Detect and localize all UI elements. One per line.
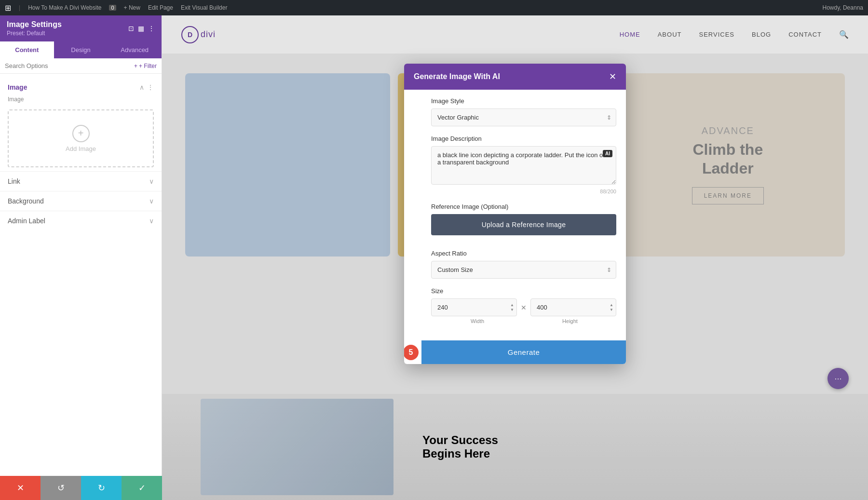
- ai-modal: Generate Image With AI ✕ 1 Image Style V…: [404, 64, 626, 364]
- step2-row: 2 Image Description a black line icon de…: [404, 135, 626, 194]
- size-labels: Width Height: [431, 318, 616, 324]
- reference-image-row: Reference Image (Optional) Upload a Refe…: [404, 203, 626, 250]
- sidebar-header: Image Settings Preset: Default ⊡ ▦ ⋮: [0, 15, 162, 41]
- undo-icon: ↺: [57, 483, 65, 493]
- size-x-separator: ✕: [521, 304, 527, 311]
- wp-logo-icon[interactable]: ⊞: [5, 3, 11, 13]
- more-options-icon[interactable]: ⋮: [148, 25, 155, 32]
- reference-image-label: Reference Image (Optional): [431, 203, 616, 210]
- aspect-ratio-select[interactable]: Custom Size: [431, 261, 616, 279]
- height-up[interactable]: ▲: [609, 303, 614, 308]
- sidebar-preset[interactable]: Preset: Default: [7, 30, 62, 37]
- image-style-select-wrapper: Vector Graphic: [431, 108, 616, 126]
- bottom-action-bar: ✕ ↺ ↻ ✓: [0, 476, 162, 500]
- height-stepper: ▲ ▼: [609, 303, 614, 312]
- modal-close-button[interactable]: ✕: [609, 71, 616, 82]
- save-icon: ✓: [138, 483, 146, 493]
- filter-plus-icon: +: [134, 63, 137, 69]
- step5-row: 5 Generate: [404, 340, 626, 364]
- image-style-select[interactable]: Vector Graphic: [431, 108, 616, 126]
- section-more-icon[interactable]: ⋮: [147, 83, 154, 91]
- image-style-label: Image Style: [431, 97, 616, 105]
- main-layout: Image Settings Preset: Default ⊡ ▦ ⋮ Con…: [0, 0, 868, 500]
- height-input-wrapper: ▲ ▼: [530, 298, 616, 316]
- admin-label-section-label: Admin Label: [8, 217, 45, 225]
- width-input[interactable]: [431, 298, 517, 316]
- modal-body: 1 Image Style Vector Graphic 2: [404, 90, 626, 364]
- site-name[interactable]: How To Make A Divi Website: [28, 4, 101, 11]
- sidebar-tabs: Content Design Advanced: [0, 41, 162, 58]
- new-button[interactable]: + New: [124, 4, 140, 11]
- step4-row: 4 Size ▲ ▼: [404, 287, 626, 340]
- edit-page-link[interactable]: Edit Page: [148, 4, 173, 11]
- ai-badge: AI: [603, 150, 612, 157]
- link-section[interactable]: Link ∨: [0, 171, 162, 191]
- size-group: Size ▲ ▼ ✕: [431, 287, 616, 324]
- comment-count[interactable]: 0: [109, 5, 116, 11]
- search-input[interactable]: [5, 62, 131, 69]
- admin-label-section[interactable]: Admin Label ∨: [0, 211, 162, 230]
- image-description-textarea[interactable]: a black line icon depicting a corporate …: [431, 146, 616, 185]
- add-image-label: Add Image: [66, 145, 96, 152]
- admin-bar: ⊞ | How To Make A Divi Website 0 + New E…: [0, 0, 868, 15]
- aspect-ratio-group: Aspect Ratio Custom Size: [431, 250, 616, 279]
- modal-header: Generate Image With AI ✕: [404, 64, 626, 90]
- aspect-ratio-select-wrapper: Custom Size: [431, 261, 616, 279]
- step3-row: 3 Aspect Ratio Custom Size: [404, 250, 626, 279]
- add-image-area[interactable]: + Add Image: [8, 109, 154, 167]
- background-section-arrow: ∨: [149, 197, 154, 205]
- width-label: Width: [431, 318, 524, 324]
- image-section-label: Image: [8, 83, 27, 91]
- size-label: Size: [431, 287, 616, 295]
- tab-content[interactable]: Content: [0, 41, 54, 58]
- image-subsection: Image: [0, 96, 162, 109]
- layout-icon[interactable]: ▦: [138, 25, 144, 32]
- height-input[interactable]: [530, 298, 616, 316]
- undo-button[interactable]: ↺: [41, 476, 81, 500]
- filter-button[interactable]: + + Filter: [134, 63, 157, 69]
- aspect-ratio-label: Aspect Ratio: [431, 250, 616, 257]
- modal-title: Generate Image With AI: [414, 72, 500, 81]
- exit-builder-button[interactable]: Exit Visual Builder: [181, 4, 228, 11]
- close-button[interactable]: ✕: [0, 476, 41, 500]
- char-count: 88/200: [431, 189, 616, 194]
- background-section-label: Background: [8, 197, 44, 205]
- width-stepper: ▲ ▼: [509, 303, 515, 312]
- link-section-arrow: ∨: [149, 177, 154, 185]
- redo-icon: ↻: [98, 483, 105, 493]
- upload-reference-button[interactable]: Upload a Reference Image: [431, 214, 616, 235]
- sidebar-content: Image ∧ ⋮ Image + Add Image Link ∨ Backg…: [0, 74, 162, 481]
- save-button[interactable]: ✓: [122, 476, 162, 500]
- background-section[interactable]: Background ∨: [0, 191, 162, 211]
- responsive-icon[interactable]: ⊡: [128, 25, 134, 32]
- reference-image-group: Reference Image (Optional) Upload a Refe…: [431, 203, 616, 235]
- step5-badge: 5: [404, 345, 419, 360]
- close-icon: ✕: [17, 483, 24, 493]
- redo-button[interactable]: ↻: [81, 476, 122, 500]
- website-preview: D divi HOME ABOUT SERVICES BLOG CONTACT …: [162, 15, 868, 500]
- section-header-icons: ∧ ⋮: [139, 83, 154, 91]
- step1-row: 1 Image Style Vector Graphic: [404, 90, 626, 126]
- image-description-label: Image Description: [431, 135, 616, 142]
- filter-label: + Filter: [139, 63, 157, 69]
- width-up[interactable]: ▲: [509, 303, 515, 308]
- settings-sidebar: Image Settings Preset: Default ⊡ ▦ ⋮ Con…: [0, 15, 162, 500]
- modal-overlay: Generate Image With AI ✕ 1 Image Style V…: [162, 15, 868, 500]
- sidebar-header-icons: ⊡ ▦ ⋮: [128, 25, 155, 32]
- sidebar-title: Image Settings: [7, 20, 62, 29]
- generate-button[interactable]: Generate: [421, 340, 626, 364]
- link-section-label: Link: [8, 177, 20, 185]
- textarea-wrapper: a black line icon depicting a corporate …: [431, 146, 616, 187]
- image-section-header[interactable]: Image ∧ ⋮: [0, 79, 162, 96]
- width-input-wrapper: ▲ ▼: [431, 298, 517, 316]
- add-image-icon: +: [72, 125, 90, 142]
- collapse-icon[interactable]: ∧: [139, 83, 144, 91]
- search-bar: + + Filter: [0, 58, 162, 74]
- height-down[interactable]: ▼: [609, 308, 614, 312]
- tab-design[interactable]: Design: [54, 41, 108, 58]
- tab-advanced[interactable]: Advanced: [108, 41, 162, 58]
- size-inputs-row: ▲ ▼ ✕ ▲ ▼: [431, 298, 616, 316]
- height-label: Height: [524, 318, 616, 324]
- width-down[interactable]: ▼: [509, 308, 515, 312]
- user-greeting: Howdy, Deanna: [823, 4, 864, 11]
